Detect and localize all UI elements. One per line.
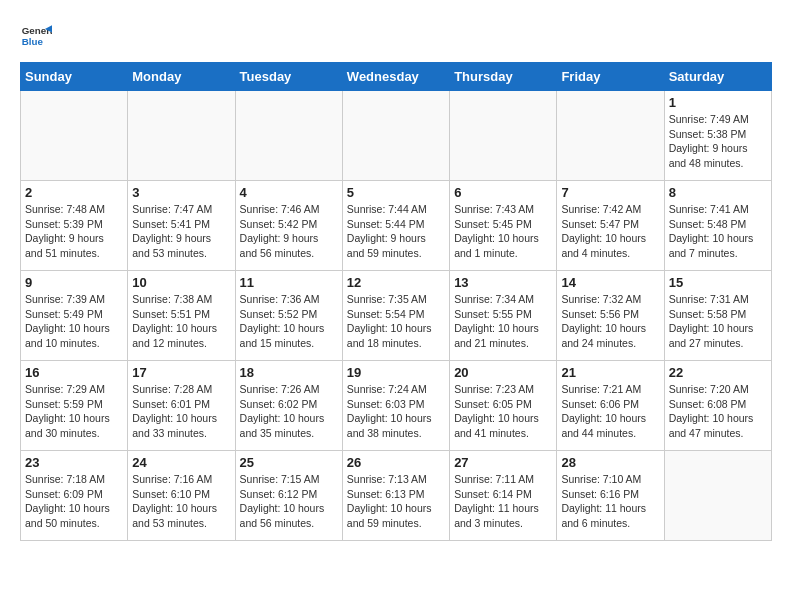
day-info: Sunrise: 7:42 AM Sunset: 5:47 PM Dayligh… — [561, 202, 659, 261]
day-info: Sunrise: 7:48 AM Sunset: 5:39 PM Dayligh… — [25, 202, 123, 261]
calendar-cell: 25Sunrise: 7:15 AM Sunset: 6:12 PM Dayli… — [235, 451, 342, 541]
calendar-cell — [450, 91, 557, 181]
calendar-cell: 13Sunrise: 7:34 AM Sunset: 5:55 PM Dayli… — [450, 271, 557, 361]
calendar-cell: 9Sunrise: 7:39 AM Sunset: 5:49 PM Daylig… — [21, 271, 128, 361]
calendar-cell: 5Sunrise: 7:44 AM Sunset: 5:44 PM Daylig… — [342, 181, 449, 271]
calendar-cell: 15Sunrise: 7:31 AM Sunset: 5:58 PM Dayli… — [664, 271, 771, 361]
calendar-header-saturday: Saturday — [664, 63, 771, 91]
calendar-cell: 16Sunrise: 7:29 AM Sunset: 5:59 PM Dayli… — [21, 361, 128, 451]
logo-icon: General Blue — [20, 20, 52, 52]
day-number: 25 — [240, 455, 338, 470]
calendar-header-row: SundayMondayTuesdayWednesdayThursdayFrid… — [21, 63, 772, 91]
day-number: 7 — [561, 185, 659, 200]
day-number: 24 — [132, 455, 230, 470]
day-info: Sunrise: 7:21 AM Sunset: 6:06 PM Dayligh… — [561, 382, 659, 441]
day-info: Sunrise: 7:47 AM Sunset: 5:41 PM Dayligh… — [132, 202, 230, 261]
day-number: 16 — [25, 365, 123, 380]
day-number: 18 — [240, 365, 338, 380]
day-number: 1 — [669, 95, 767, 110]
day-info: Sunrise: 7:11 AM Sunset: 6:14 PM Dayligh… — [454, 472, 552, 531]
calendar-cell: 26Sunrise: 7:13 AM Sunset: 6:13 PM Dayli… — [342, 451, 449, 541]
day-info: Sunrise: 7:44 AM Sunset: 5:44 PM Dayligh… — [347, 202, 445, 261]
day-info: Sunrise: 7:29 AM Sunset: 5:59 PM Dayligh… — [25, 382, 123, 441]
day-number: 11 — [240, 275, 338, 290]
calendar-cell: 11Sunrise: 7:36 AM Sunset: 5:52 PM Dayli… — [235, 271, 342, 361]
day-info: Sunrise: 7:24 AM Sunset: 6:03 PM Dayligh… — [347, 382, 445, 441]
svg-text:Blue: Blue — [22, 36, 44, 47]
calendar-cell: 24Sunrise: 7:16 AM Sunset: 6:10 PM Dayli… — [128, 451, 235, 541]
day-info: Sunrise: 7:43 AM Sunset: 5:45 PM Dayligh… — [454, 202, 552, 261]
calendar-cell: 2Sunrise: 7:48 AM Sunset: 5:39 PM Daylig… — [21, 181, 128, 271]
day-number: 13 — [454, 275, 552, 290]
calendar-table: SundayMondayTuesdayWednesdayThursdayFrid… — [20, 62, 772, 541]
calendar-header-thursday: Thursday — [450, 63, 557, 91]
day-number: 19 — [347, 365, 445, 380]
day-number: 9 — [25, 275, 123, 290]
calendar-cell — [664, 451, 771, 541]
page-header: General Blue — [20, 20, 772, 52]
calendar-cell: 23Sunrise: 7:18 AM Sunset: 6:09 PM Dayli… — [21, 451, 128, 541]
calendar-cell: 19Sunrise: 7:24 AM Sunset: 6:03 PM Dayli… — [342, 361, 449, 451]
day-info: Sunrise: 7:18 AM Sunset: 6:09 PM Dayligh… — [25, 472, 123, 531]
calendar-header-monday: Monday — [128, 63, 235, 91]
svg-text:General: General — [22, 25, 52, 36]
calendar-cell — [342, 91, 449, 181]
day-number: 3 — [132, 185, 230, 200]
calendar-header-sunday: Sunday — [21, 63, 128, 91]
day-info: Sunrise: 7:15 AM Sunset: 6:12 PM Dayligh… — [240, 472, 338, 531]
day-info: Sunrise: 7:20 AM Sunset: 6:08 PM Dayligh… — [669, 382, 767, 441]
calendar-cell — [235, 91, 342, 181]
calendar-cell: 7Sunrise: 7:42 AM Sunset: 5:47 PM Daylig… — [557, 181, 664, 271]
calendar-cell: 21Sunrise: 7:21 AM Sunset: 6:06 PM Dayli… — [557, 361, 664, 451]
day-info: Sunrise: 7:39 AM Sunset: 5:49 PM Dayligh… — [25, 292, 123, 351]
day-info: Sunrise: 7:41 AM Sunset: 5:48 PM Dayligh… — [669, 202, 767, 261]
calendar-week-row: 2Sunrise: 7:48 AM Sunset: 5:39 PM Daylig… — [21, 181, 772, 271]
day-info: Sunrise: 7:28 AM Sunset: 6:01 PM Dayligh… — [132, 382, 230, 441]
calendar-cell: 22Sunrise: 7:20 AM Sunset: 6:08 PM Dayli… — [664, 361, 771, 451]
calendar-cell: 6Sunrise: 7:43 AM Sunset: 5:45 PM Daylig… — [450, 181, 557, 271]
day-info: Sunrise: 7:35 AM Sunset: 5:54 PM Dayligh… — [347, 292, 445, 351]
calendar-header-friday: Friday — [557, 63, 664, 91]
calendar-week-row: 9Sunrise: 7:39 AM Sunset: 5:49 PM Daylig… — [21, 271, 772, 361]
day-info: Sunrise: 7:34 AM Sunset: 5:55 PM Dayligh… — [454, 292, 552, 351]
day-info: Sunrise: 7:32 AM Sunset: 5:56 PM Dayligh… — [561, 292, 659, 351]
calendar-cell: 28Sunrise: 7:10 AM Sunset: 6:16 PM Dayli… — [557, 451, 664, 541]
calendar-header-wednesday: Wednesday — [342, 63, 449, 91]
day-number: 4 — [240, 185, 338, 200]
day-number: 12 — [347, 275, 445, 290]
calendar-cell: 8Sunrise: 7:41 AM Sunset: 5:48 PM Daylig… — [664, 181, 771, 271]
calendar-header-tuesday: Tuesday — [235, 63, 342, 91]
calendar-cell: 20Sunrise: 7:23 AM Sunset: 6:05 PM Dayli… — [450, 361, 557, 451]
calendar-cell — [128, 91, 235, 181]
day-number: 27 — [454, 455, 552, 470]
calendar-cell — [21, 91, 128, 181]
calendar-cell: 3Sunrise: 7:47 AM Sunset: 5:41 PM Daylig… — [128, 181, 235, 271]
day-number: 10 — [132, 275, 230, 290]
logo: General Blue — [20, 20, 52, 52]
day-number: 5 — [347, 185, 445, 200]
day-number: 17 — [132, 365, 230, 380]
day-number: 14 — [561, 275, 659, 290]
calendar-cell: 17Sunrise: 7:28 AM Sunset: 6:01 PM Dayli… — [128, 361, 235, 451]
calendar-cell: 27Sunrise: 7:11 AM Sunset: 6:14 PM Dayli… — [450, 451, 557, 541]
day-number: 28 — [561, 455, 659, 470]
day-info: Sunrise: 7:49 AM Sunset: 5:38 PM Dayligh… — [669, 112, 767, 171]
calendar-cell — [557, 91, 664, 181]
day-number: 8 — [669, 185, 767, 200]
day-info: Sunrise: 7:36 AM Sunset: 5:52 PM Dayligh… — [240, 292, 338, 351]
day-number: 23 — [25, 455, 123, 470]
day-number: 21 — [561, 365, 659, 380]
day-info: Sunrise: 7:38 AM Sunset: 5:51 PM Dayligh… — [132, 292, 230, 351]
day-number: 15 — [669, 275, 767, 290]
day-info: Sunrise: 7:23 AM Sunset: 6:05 PM Dayligh… — [454, 382, 552, 441]
calendar-week-row: 16Sunrise: 7:29 AM Sunset: 5:59 PM Dayli… — [21, 361, 772, 451]
day-number: 26 — [347, 455, 445, 470]
calendar-cell: 18Sunrise: 7:26 AM Sunset: 6:02 PM Dayli… — [235, 361, 342, 451]
day-info: Sunrise: 7:10 AM Sunset: 6:16 PM Dayligh… — [561, 472, 659, 531]
calendar-cell: 14Sunrise: 7:32 AM Sunset: 5:56 PM Dayli… — [557, 271, 664, 361]
day-info: Sunrise: 7:13 AM Sunset: 6:13 PM Dayligh… — [347, 472, 445, 531]
calendar-cell: 10Sunrise: 7:38 AM Sunset: 5:51 PM Dayli… — [128, 271, 235, 361]
calendar-cell: 1Sunrise: 7:49 AM Sunset: 5:38 PM Daylig… — [664, 91, 771, 181]
day-info: Sunrise: 7:46 AM Sunset: 5:42 PM Dayligh… — [240, 202, 338, 261]
day-info: Sunrise: 7:31 AM Sunset: 5:58 PM Dayligh… — [669, 292, 767, 351]
